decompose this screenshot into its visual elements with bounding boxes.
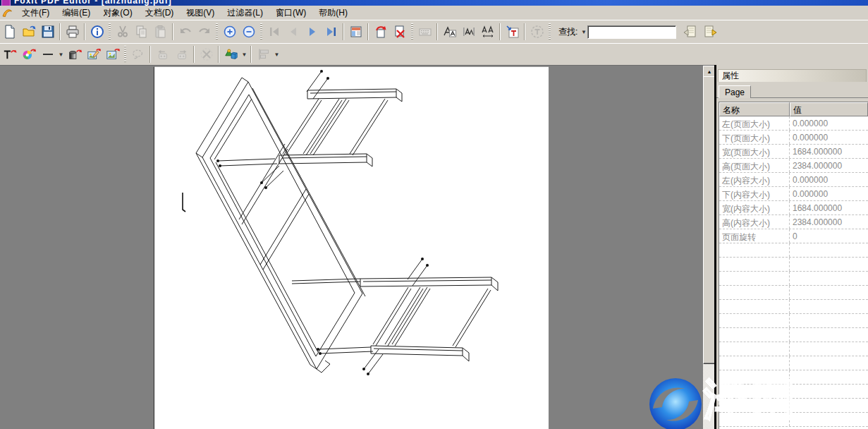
property-row-empty: [719, 243, 868, 258]
edit-image-button[interactable]: [84, 45, 103, 64]
column-header-name[interactable]: 名称: [719, 102, 790, 116]
toolbar-grip-handle[interactable]: [549, 23, 551, 40]
rotate-page-button[interactable]: [371, 23, 390, 41]
save-file-button[interactable]: [38, 23, 57, 41]
menu-item-8[interactable]: 帮助(H): [312, 6, 354, 20]
insert-shape-button[interactable]: [221, 45, 240, 64]
app-window: Foxit PDF Editor - [anzhuang.pdf] 文件(F)编…: [0, 0, 868, 429]
page-layout-button[interactable]: [346, 23, 365, 41]
char-spacing-button[interactable]: [459, 23, 478, 41]
zoom-in-button[interactable]: [220, 23, 239, 41]
line-style-button[interactable]: [38, 45, 57, 64]
delete-object-button[interactable]: [197, 45, 216, 64]
keyboard-input-button[interactable]: [415, 23, 434, 41]
property-name: 下(页面大小): [719, 131, 790, 144]
property-value: 0.000000: [790, 131, 868, 144]
find-input[interactable]: [587, 25, 676, 39]
replace-image-button[interactable]: [103, 45, 122, 64]
toolbar-grip-handle[interactable]: [260, 23, 262, 40]
cut-button[interactable]: [113, 23, 132, 41]
property-name: [719, 328, 790, 342]
rotate-object-right-button[interactable]: [172, 45, 191, 64]
menu-item-2[interactable]: 编辑(E): [56, 6, 97, 20]
property-row[interactable]: 高(页面大小)2384.000000: [719, 159, 868, 173]
property-name: [719, 342, 790, 356]
menu-item-1[interactable]: 文件(F): [16, 6, 56, 20]
open-icon: [22, 25, 36, 39]
document-canvas[interactable]: ▲: [0, 65, 715, 429]
property-row[interactable]: 高(内容大小)2384.000000: [719, 215, 868, 229]
toolbar-separator: [524, 23, 525, 40]
property-row[interactable]: 左(页面大小)0.000000: [719, 116, 868, 131]
redo-button[interactable]: [195, 23, 214, 41]
toolbar-grip-handle[interactable]: [216, 23, 218, 40]
new-document-button[interactable]: [0, 23, 19, 41]
property-value: [790, 370, 868, 384]
find-next-button[interactable]: [702, 23, 720, 40]
property-name: [719, 300, 790, 313]
property-name: 宽(页面大小): [719, 145, 790, 158]
rotate-object-left-button[interactable]: [153, 45, 172, 64]
select-object-button[interactable]: [128, 45, 147, 64]
property-row[interactable]: 页面旋转0: [719, 229, 868, 243]
print-button[interactable]: [63, 23, 82, 41]
insert-shape-dropdown[interactable]: ▼: [240, 47, 248, 62]
copy-button[interactable]: [132, 23, 151, 41]
pdf-page[interactable]: [154, 66, 549, 429]
add-color-button[interactable]: [19, 45, 38, 64]
property-row[interactable]: 左(内容大小)0.000000: [719, 173, 868, 187]
tab-page[interactable]: Page: [719, 85, 751, 98]
text-mode-button[interactable]: [527, 23, 546, 41]
toolbar-separator: [84, 23, 85, 40]
toolbar-grip-handle[interactable]: [109, 23, 111, 40]
property-value: [790, 385, 868, 398]
property-row[interactable]: 宽(页面大小)1684.000000: [719, 145, 868, 159]
next-icon: [305, 25, 319, 39]
property-row-empty: [719, 328, 868, 342]
toolbar-grip-handle[interactable]: [411, 23, 413, 40]
align-objects-dropdown[interactable]: ▼: [273, 47, 281, 62]
font-style-button[interactable]: [440, 23, 459, 41]
prev-icon: [286, 25, 300, 39]
property-value: [790, 300, 868, 313]
property-name: [719, 272, 790, 285]
find-previous-button[interactable]: [680, 23, 699, 40]
toolbar-grip-handle[interactable]: [124, 46, 126, 63]
open-file-button[interactable]: [19, 23, 38, 41]
line-style-dropdown[interactable]: ▼: [57, 47, 65, 62]
next-page-button[interactable]: [302, 23, 322, 41]
property-row[interactable]: 宽(内容大小)1684.000000: [719, 201, 868, 215]
zoomout-icon: [242, 25, 256, 39]
property-row[interactable]: 下(内容大小)0.000000: [719, 187, 868, 201]
info-icon: [90, 25, 104, 39]
document-info-button[interactable]: [87, 23, 106, 41]
vertical-scrollbar[interactable]: ▲: [703, 66, 714, 429]
insert-text-button[interactable]: [503, 23, 522, 41]
menu-item-3[interactable]: 对象(O): [97, 6, 138, 20]
property-name: 下(内容大小): [719, 187, 790, 200]
menu-item-6[interactable]: 过滤器(L): [221, 6, 269, 20]
menu-item-4[interactable]: 文档(D): [139, 6, 181, 20]
property-row-empty: [719, 272, 868, 286]
delete-page-button[interactable]: [390, 23, 409, 41]
paste-button[interactable]: [151, 23, 170, 41]
paste-icon: [154, 25, 168, 39]
menu-item-7[interactable]: 窗口(W): [269, 6, 312, 20]
toolbar-separator: [218, 46, 219, 63]
column-header-value[interactable]: 值: [790, 102, 868, 116]
align-objects-button[interactable]: [254, 45, 273, 64]
undo-button[interactable]: [176, 23, 195, 41]
property-row[interactable]: 下(页面大小)0.000000: [719, 131, 868, 145]
word-spacing-button[interactable]: [478, 23, 497, 41]
last-page-button[interactable]: [322, 23, 341, 41]
property-value: [790, 356, 868, 370]
first-page-button[interactable]: [264, 23, 283, 41]
find-dropdown-caret[interactable]: ▼: [580, 24, 587, 40]
property-row-empty: [719, 258, 868, 272]
previous-page-button[interactable]: [283, 23, 302, 41]
property-row-empty: [719, 385, 868, 399]
add-shading-button[interactable]: [65, 45, 84, 64]
menu-item-5[interactable]: 视图(V): [180, 6, 221, 20]
add-text-button[interactable]: [0, 45, 19, 64]
zoom-out-button[interactable]: [239, 23, 258, 41]
